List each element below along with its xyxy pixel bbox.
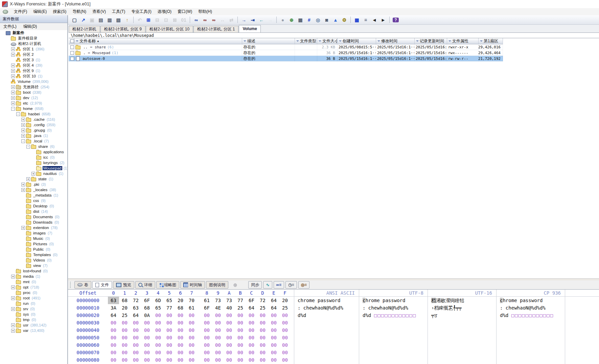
expand-icon[interactable]: + (11, 275, 15, 278)
hex-byte[interactable]: 00 (268, 341, 279, 349)
folder-up-button[interactable]: ↑ (123, 16, 132, 24)
hex-byte[interactable]: 00 (268, 326, 279, 334)
hex-byte[interactable]: 63 (130, 304, 141, 312)
hex-byte[interactable]: 72 (257, 297, 268, 304)
hex-byte[interactable]: 00 (257, 312, 268, 319)
collapse-icon[interactable]: - (26, 145, 30, 149)
hex-byte[interactable]: 00 (119, 341, 130, 349)
menu-item-5[interactable]: 工具(T) (109, 8, 128, 15)
hex-bytes[interactable]: 3A206368657768616F4E402564256425 (108, 304, 294, 312)
hex-byte[interactable]: 00 (224, 326, 235, 334)
open-disk-button[interactable]: ● (278, 16, 287, 24)
table-row[interactable]: ..=share(6)存在的2.3 KB2025/05/08d15:5···20… (69, 44, 503, 50)
case-menu-item-0[interactable]: 文件(L) (0, 23, 20, 30)
hex-byte[interactable]: 68 (141, 304, 153, 312)
new-case-button[interactable]: ▢ (70, 16, 79, 24)
hex-byte[interactable]: 00 (201, 334, 212, 341)
hex-byte[interactable]: 00 (235, 356, 246, 364)
tree-item[interactable]: sys(0) (0, 312, 67, 317)
expand-icon[interactable]: + (11, 323, 15, 327)
find-again-button[interactable]: ∞ (201, 16, 209, 24)
hex-byte[interactable]: 00 (108, 341, 119, 349)
tree-item[interactable]: css(9) (0, 198, 67, 203)
table-row[interactable]: .=Mousepad(1)存在的36 B2025/05/15d16:1···20… (69, 50, 503, 56)
hex-byte[interactable]: 25 (235, 304, 246, 312)
column-header-8[interactable]: 第1扇区 (479, 38, 503, 44)
hex-byte[interactable]: 00 (201, 356, 212, 364)
filter-icon[interactable] (416, 40, 419, 42)
tree-item[interactable]: lost+found(0) (0, 268, 67, 274)
hex-byte[interactable]: 00 (235, 319, 246, 326)
hex-byte[interactable]: 77 (164, 304, 175, 312)
expand-icon[interactable]: + (21, 129, 25, 132)
hex-byte[interactable]: 00 (257, 349, 268, 356)
tree-item[interactable]: 新案件 (0, 30, 67, 36)
gallery-button[interactable]: ▲ (331, 16, 340, 24)
tree-item[interactable]: Templates(0) (0, 252, 67, 257)
hex-byte[interactable]: 00 (130, 349, 141, 356)
hex-bytes[interactable]: 00000000000000000000000000000000 (108, 334, 294, 341)
hex-byte[interactable]: 00 (279, 341, 291, 349)
expand-icon[interactable]: + (31, 172, 35, 176)
collapse-icon[interactable]: - (21, 139, 25, 143)
tree-item[interactable]: 分区 3(1) (0, 57, 67, 63)
hex-byte[interactable]: 65 (164, 297, 175, 304)
row-checkbox[interactable] (70, 51, 74, 55)
tree-item[interactable]: +.java(1) (0, 133, 67, 138)
hex-byte[interactable]: 00 (279, 334, 291, 341)
hex-byte[interactable]: 70 (186, 297, 197, 304)
filter-icon[interactable] (319, 40, 321, 42)
hex-byte[interactable]: 00 (153, 334, 164, 341)
expand-icon[interactable]: + (21, 118, 25, 121)
hex-byte[interactable]: 00 (130, 341, 141, 349)
tree-item[interactable]: view(7) (0, 263, 67, 268)
search-hits-button[interactable]: ∞≡ (274, 281, 284, 289)
hex-byte[interactable]: 00 (201, 326, 212, 334)
tree-item[interactable]: +_locales(38) (0, 187, 67, 192)
tree-item[interactable]: +分区 4(39) (0, 63, 67, 68)
hex-byte[interactable]: 25 (279, 304, 291, 312)
hex-byte[interactable]: 00 (235, 349, 246, 356)
calculator-button[interactable]: # (305, 16, 314, 24)
tree-item[interactable]: Public(0) (0, 247, 67, 252)
hex-byte[interactable]: 00 (212, 356, 224, 364)
column-header-2[interactable]: 文件类型 (295, 38, 317, 44)
hex-byte[interactable]: 00 (153, 341, 164, 349)
hex-byte[interactable]: 00 (164, 334, 175, 341)
hex-byte[interactable]: 00 (224, 356, 235, 364)
hex-bytes[interactable]: 00000000000000000000000000000000 (108, 326, 294, 334)
tree-item[interactable]: _metadata(1) (0, 192, 67, 198)
report-button[interactable]: ≡ (361, 16, 370, 24)
filter-icon[interactable] (244, 40, 246, 42)
camera-button[interactable]: ◙ (322, 16, 331, 24)
tree-item[interactable]: 案件根目录 (0, 36, 67, 41)
hex-byte[interactable]: 64 (268, 297, 279, 304)
hex-byte[interactable]: 00 (141, 326, 153, 334)
tree-item[interactable]: -home(658) (0, 106, 67, 111)
hex-byte[interactable]: 6F (246, 297, 257, 304)
hex-byte[interactable]: 00 (153, 319, 164, 326)
hex-byte[interactable]: 00 (268, 319, 279, 326)
hex-byte[interactable]: 00 (246, 334, 257, 341)
hex-byte[interactable]: 00 (186, 356, 197, 364)
hex-byte[interactable]: 00 (130, 356, 141, 364)
hex-byte[interactable]: 00 (119, 356, 130, 364)
tree-item[interactable]: -share(6) (0, 144, 67, 149)
expand-icon[interactable]: + (11, 74, 15, 78)
collapse-icon[interactable]: - (16, 112, 20, 116)
hex-byte[interactable]: 00 (175, 319, 186, 326)
tree-item[interactable]: +var(13,400) (0, 328, 67, 333)
expand-icon[interactable]: + (11, 96, 15, 100)
hex-byte[interactable]: 20 (119, 304, 130, 312)
expand-icon[interactable]: + (21, 188, 25, 192)
viewer-tab-0[interactable]: 卷 (74, 281, 91, 289)
gallery-search-button[interactable]: ◎ (231, 281, 239, 289)
tree-item[interactable]: +分区 10(1) (0, 73, 67, 79)
hex-byte[interactable]: 3A (108, 304, 119, 312)
tree-item[interactable]: Videos(0) (0, 257, 67, 263)
print-preview-button[interactable]: ▤ (96, 16, 105, 24)
hex-offset[interactable]: 00000030 (68, 319, 108, 326)
hex-byte[interactable]: 00 (175, 326, 186, 334)
tree-item[interactable]: mnt(0) (0, 279, 67, 285)
hex-byte[interactable]: 00 (108, 319, 119, 326)
